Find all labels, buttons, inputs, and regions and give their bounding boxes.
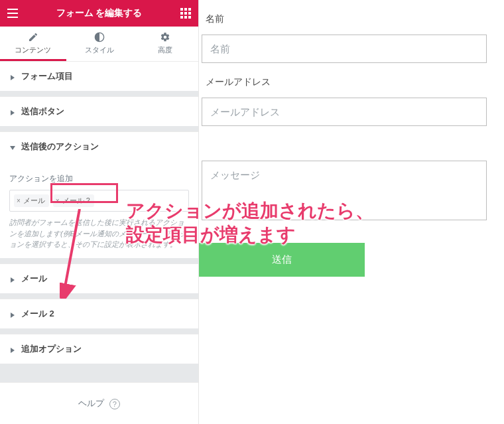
tab-content[interactable]: コンテンツ [0, 27, 66, 61]
svg-rect-7 [184, 12, 187, 15]
section-additional-title: 追加オプション [21, 343, 82, 355]
caret-right-icon [9, 311, 16, 317]
svg-marker-14 [11, 110, 15, 115]
help-icon: ? [109, 399, 120, 409]
svg-marker-13 [11, 75, 15, 80]
action-tag[interactable]: × メール 2 [53, 194, 94, 207]
caret-right-icon [9, 73, 16, 80]
caret-right-icon [9, 346, 16, 352]
svg-marker-15 [10, 146, 15, 150]
section-after-submit: 送信後のアクション アクションを追加 × メール × メール 2 [0, 131, 198, 258]
tab-advanced-label: 高度 [158, 46, 172, 54]
submit-button[interactable]: 送信 [199, 243, 365, 277]
tab-content-label: コンテンツ [15, 46, 51, 54]
action-tag-label: メール 2 [62, 196, 90, 206]
panel-footer-help[interactable]: ヘルプ ? [0, 382, 198, 424]
svg-rect-3 [180, 8, 183, 11]
tag-remove-icon[interactable]: × [17, 197, 21, 204]
apps-grid-icon[interactable] [180, 7, 192, 19]
section-mail1-title: メール [21, 273, 47, 285]
section-mail2-title: メール 2 [21, 308, 54, 320]
section-mail1[interactable]: メール [0, 263, 198, 293]
section-after-submit-title: 送信後のアクション [21, 141, 99, 153]
section-additional[interactable]: 追加オプション [0, 334, 198, 364]
field-label-name: 名前 [206, 13, 501, 25]
gear-icon [160, 32, 170, 42]
svg-marker-18 [11, 348, 15, 353]
svg-rect-6 [180, 12, 183, 15]
section-after-submit-header[interactable]: 送信後のアクション [0, 132, 198, 161]
svg-rect-9 [180, 16, 183, 19]
panel-tabs: コンテンツ スタイル 高度 [0, 27, 198, 61]
footer-help-label: ヘルプ [78, 398, 104, 408]
caret-right-icon [9, 108, 16, 115]
tab-style[interactable]: スタイル [66, 27, 133, 61]
svg-rect-4 [184, 8, 187, 11]
tab-advanced[interactable]: 高度 [132, 27, 198, 61]
action-tag[interactable]: × メール [14, 194, 49, 207]
section-submit-button[interactable]: 送信ボタン [0, 96, 198, 126]
section-mail2[interactable]: メール 2 [0, 299, 198, 328]
svg-rect-5 [188, 8, 191, 11]
svg-rect-10 [184, 16, 187, 19]
pencil-icon [28, 32, 38, 42]
field-label-email: メールアドレス [206, 76, 501, 88]
tag-remove-icon[interactable]: × [56, 197, 60, 204]
message-textarea[interactable] [202, 161, 487, 220]
svg-rect-11 [188, 16, 191, 19]
contrast-icon [94, 32, 105, 42]
section-form-fields-title: フォーム項目 [21, 70, 73, 82]
section-form-fields[interactable]: フォーム項目 [0, 61, 198, 91]
tab-style-label: スタイル [85, 46, 114, 54]
section-submit-button-title: 送信ボタン [21, 106, 64, 117]
form-preview-canvas: 名前 メールアドレス メッセージ 送信 [199, 0, 504, 424]
svg-marker-16 [11, 277, 15, 283]
add-action-help: 訪問者がフォームを送信した後に実行されるアクションを追加します(例Eメール通知の… [9, 217, 189, 250]
hamburger-icon[interactable] [7, 7, 19, 19]
add-action-label: アクションを追加 [9, 173, 189, 184]
svg-marker-17 [11, 313, 15, 318]
email-input[interactable] [202, 98, 487, 126]
svg-rect-8 [188, 12, 191, 15]
caret-right-icon [9, 275, 16, 282]
name-input[interactable] [202, 35, 487, 63]
caret-down-icon [9, 143, 16, 150]
action-tag-input[interactable]: × メール × メール 2 [9, 190, 189, 212]
panel-title: フォーム を編集する [56, 7, 143, 19]
action-tag-label: メール [23, 196, 45, 206]
panel-header: フォーム を編集する [0, 0, 198, 27]
sections-list: フォーム項目 送信ボタン 送信後のアクション アクションを追加 [0, 61, 198, 382]
